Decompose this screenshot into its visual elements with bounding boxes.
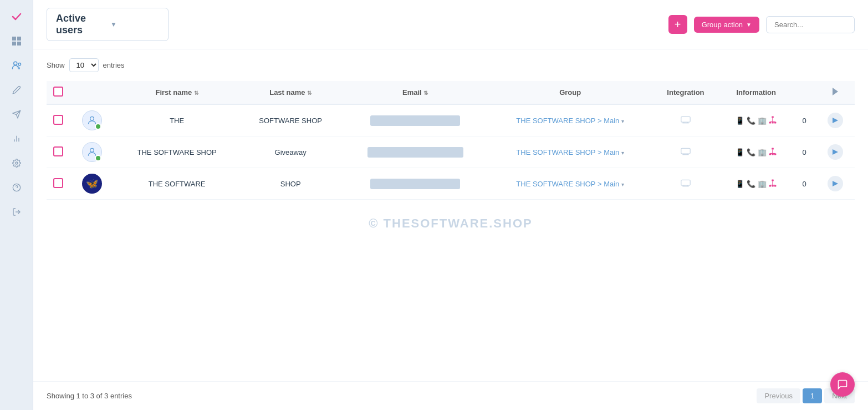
table-area: Show 10 25 50 entries First name ⇅ Last … (33, 49, 868, 381)
grid-icon[interactable] (7, 31, 27, 51)
watermark: © THESOFTWARE.SHOP (47, 200, 855, 247)
pen-icon[interactable] (7, 80, 27, 100)
group-dropdown-arrow[interactable]: ▾ (621, 118, 624, 124)
group-action-button[interactable]: Group action ▼ (694, 17, 759, 33)
row-email: ████████@gmail.com (342, 104, 489, 136)
row-group: THE SOFTWARE SHOP > Main ▾ (489, 168, 652, 200)
svg-marker-13 (833, 88, 838, 95)
chart-icon[interactable] (7, 129, 27, 149)
row-action-cell (816, 168, 855, 200)
add-button[interactable]: + (668, 15, 687, 34)
pagination-area: Showing 1 to 3 of 3 entries Previous 1 N… (33, 381, 868, 410)
svg-rect-31 (772, 148, 774, 149)
row-checkbox[interactable] (53, 178, 63, 188)
phone-icon: 📞 (747, 148, 755, 156)
svg-rect-38 (681, 180, 690, 185)
showing-text: Showing 1 to 3 of 3 entries (47, 392, 132, 400)
row-info-count: 0 (793, 136, 816, 168)
col-action (816, 81, 855, 104)
col-last-name[interactable]: Last name ⇅ (239, 81, 342, 104)
col-information: Information (719, 81, 793, 104)
show-bar: Show 10 25 50 entries (47, 58, 855, 72)
sitemap-icon (769, 148, 777, 157)
svg-point-26 (90, 148, 94, 152)
svg-marker-48 (833, 181, 838, 186)
row-action-button[interactable] (828, 176, 843, 191)
row-integration (652, 168, 720, 200)
row-action-button[interactable] (828, 113, 843, 128)
chat-bubble[interactable] (830, 372, 855, 397)
svg-marker-25 (833, 118, 838, 123)
mobile-icon: 📱 (736, 180, 744, 188)
logout-icon[interactable] (7, 202, 27, 222)
page-title: Active users (56, 13, 105, 36)
group-dropdown-arrow[interactable]: ▾ (621, 181, 624, 188)
table-header-row: First name ⇅ Last name ⇅ Email ⇅ Group I… (47, 81, 855, 104)
help-icon[interactable] (7, 178, 27, 198)
row-email: ████████@gmail.com (342, 168, 489, 200)
col-first-name[interactable]: First name ⇅ (115, 81, 239, 104)
row-info-icons: 📱 📞 🏢 (719, 104, 793, 136)
row-info-icons: 📱 📞 🏢 (719, 136, 793, 168)
col-integration: Integration (652, 81, 720, 104)
row-first-name: THE (115, 104, 239, 136)
building-icon: 🏢 (758, 117, 767, 125)
row-last-name: SHOP (239, 168, 342, 200)
topbar: Active users ▼ + Group action ▼ (33, 0, 868, 49)
row-integration (652, 104, 720, 136)
col-checkbox (47, 81, 70, 104)
row-checkbox[interactable] (53, 146, 63, 156)
search-input[interactable] (766, 16, 855, 33)
main-content: Active users ▼ + Group action ▼ Show 10 … (33, 0, 868, 410)
table-row: THE SOFTWARE SHOP ████████@gmail.com THE… (47, 104, 855, 136)
sitemap-icon (769, 179, 777, 189)
col-group: Group (489, 81, 652, 104)
row-checkbox-cell (47, 104, 70, 136)
mobile-icon: 📱 (736, 148, 744, 156)
row-first-name: THE SOFTWARE SHOP (115, 136, 239, 168)
active-users-dropdown[interactable]: Active users ▼ (47, 8, 169, 41)
sidebar (0, 0, 33, 410)
previous-page-button[interactable]: Previous (757, 388, 800, 403)
row-avatar-cell (70, 104, 115, 136)
users-icon[interactable] (7, 55, 27, 75)
check-icon[interactable] (7, 7, 27, 27)
select-all-checkbox[interactable] (53, 87, 63, 97)
row-action-cell (816, 136, 855, 168)
row-info-icons: 📱 📞 🏢 (719, 168, 793, 200)
row-info-count: 0 (793, 104, 816, 136)
svg-rect-42 (772, 179, 774, 181)
page-1-button[interactable]: 1 (803, 388, 822, 403)
row-integration (652, 136, 720, 168)
megaphone-icon[interactable] (7, 104, 27, 124)
row-info-count: 0 (793, 168, 816, 200)
svg-rect-27 (681, 148, 690, 154)
group-dropdown-arrow[interactable]: ▾ (621, 150, 624, 156)
col-count (793, 81, 816, 104)
row-checkbox[interactable] (53, 115, 63, 125)
entries-per-page-select[interactable]: 10 25 50 (69, 58, 99, 72)
phone-icon: 📞 (747, 117, 755, 125)
mobile-icon: 📱 (736, 117, 744, 125)
gear-icon[interactable] (7, 153, 27, 173)
row-group: THE SOFTWARE SHOP > Main ▾ (489, 136, 652, 168)
svg-rect-0 (12, 37, 16, 41)
row-email: ████████@outlook.com (342, 136, 489, 168)
col-email[interactable]: Email ⇅ (342, 81, 489, 104)
svg-rect-15 (681, 117, 690, 122)
col-avatar (70, 81, 115, 104)
building-icon: 🏢 (758, 180, 767, 188)
sitemap-icon (769, 116, 777, 125)
svg-rect-2 (12, 42, 16, 45)
svg-point-9 (16, 162, 18, 164)
row-last-name: SOFTWARE SHOP (239, 104, 342, 136)
row-avatar-cell: 🦋 (70, 168, 115, 200)
row-checkbox-cell (47, 168, 70, 200)
last-name-sort-icon: ⇅ (307, 90, 312, 96)
row-action-cell (816, 104, 855, 136)
email-sort-icon: ⇅ (423, 90, 428, 96)
table-row: 🦋 THE SOFTWARE SHOP ████████@gmail.com T… (47, 168, 855, 200)
row-last-name: Giveaway (239, 136, 342, 168)
building-icon: 🏢 (758, 148, 767, 156)
row-action-button[interactable] (828, 144, 843, 160)
